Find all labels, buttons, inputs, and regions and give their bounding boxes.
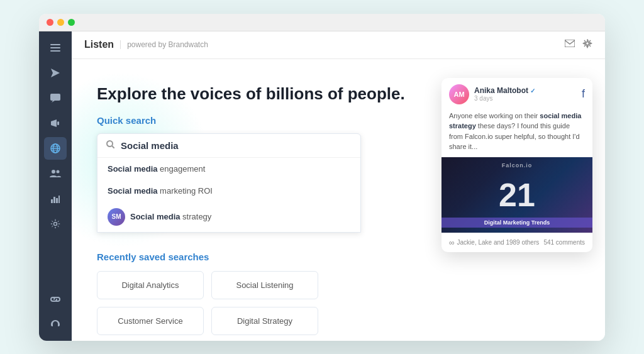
browser-window: Listen powered by Brandwatch [39,14,605,341]
recently-saved-label: Recently saved searches [97,252,580,262]
sidebar [39,31,72,341]
sidebar-item-settings[interactable] [44,213,67,235]
social-card-image-number: 21 [499,176,535,214]
social-card-user: AM Anika Maltobot ✓ 3 days [449,84,535,104]
search-icon [106,140,114,150]
saved-chip-digital-analytics[interactable]: Digital Analytics [97,271,204,299]
search-suggestion-1[interactable]: Social media engagement [97,158,360,180]
mail-icon[interactable] [565,38,575,51]
saved-chip-digital-strategy[interactable]: Digital Strategy [211,307,318,335]
saved-chip-customer-service[interactable]: Customer Service [97,307,204,335]
card-body-bold: social media strategy [449,112,581,130]
social-card-username: Anika Maltobot ✓ [474,86,535,95]
svg-rect-15 [56,198,58,203]
sidebar-item-send[interactable] [44,62,67,84]
main-content: Explore the voices of billions of people… [72,59,605,341]
suggestion-1-rest: engagement [157,164,205,174]
infinity-icon: ∞ [449,238,455,247]
svg-point-17 [54,222,57,225]
svg-line-21 [112,146,114,148]
sidebar-item-chart[interactable] [44,187,67,210]
search-suggestion-2[interactable]: Social media marketing ROI [97,180,360,202]
search-input-text: Social media [121,140,179,151]
sidebar-item-link[interactable] [44,288,67,311]
social-card-user-info: Anika Maltobot ✓ 3 days [474,86,535,102]
card-brand-text: Falcon.io [441,162,592,169]
sidebar-item-chat[interactable] [44,87,67,109]
social-card-likes: ∞ Jackie, Lake and 1989 others [449,238,539,247]
suggestion-3-rest: strategy [180,212,211,221]
saved-grid: Digital Analytics Social Listening Custo… [97,271,580,335]
social-card-time: 3 days [474,95,535,102]
dot-red[interactable] [47,19,53,26]
svg-rect-14 [53,197,55,203]
svg-rect-13 [51,199,53,203]
sidebar-item-megaphone[interactable] [44,112,67,135]
browser-body: Listen powered by Brandwatch [39,31,605,341]
topbar: Listen powered by Brandwatch [72,31,605,59]
suggestion-2-rest: marketing ROI [157,186,212,196]
gear-icon[interactable] [582,38,592,51]
svg-rect-4 [57,121,59,125]
search-suggestion-3[interactable]: SM Social media strategy [97,202,360,232]
sidebar-item-headset[interactable] [44,313,67,336]
sidebar-item-people[interactable] [44,162,67,185]
svg-rect-5 [51,121,52,125]
facebook-icon: f [582,87,585,101]
social-card-image-label: Digital Marketing Trends [441,218,592,228]
search-box: Social media Social media engagement Soc… [97,133,361,233]
suggestion-1-bold: Social media [108,164,157,174]
dot-green[interactable] [68,19,75,26]
svg-rect-1 [50,47,60,48]
main-inner: Explore the voices of billions of people… [72,59,605,341]
browser-dots [47,19,75,26]
social-card-comments: 541 comments [543,239,585,246]
social-card-image: Falcon.io 21 Digital Marketing Trends [441,157,592,233]
search-container: Social media Social media engagement Soc… [97,133,361,233]
social-card-body: Anyone else working on their social medi… [441,111,592,157]
svg-point-20 [107,141,113,147]
svg-point-11 [52,170,55,174]
saved-chip-social-listening[interactable]: Social Listening [211,271,318,299]
svg-rect-2 [50,50,60,52]
suggestion-avatar: SM [108,208,125,226]
search-input-row[interactable]: Social media [97,134,360,158]
dot-yellow[interactable] [57,19,64,26]
username-text: Anika Maltobot [474,86,528,95]
recently-saved-section: Recently saved searches Digital Analytic… [97,252,580,335]
sidebar-item-menu[interactable] [44,36,67,59]
suggestion-3-bold: Social media [130,212,180,221]
verified-icon: ✓ [530,87,535,94]
svg-rect-16 [58,196,60,203]
svg-rect-0 [50,44,60,45]
browser-titlebar [39,14,605,31]
social-card: AM Anika Maltobot ✓ 3 days f [441,78,592,252]
social-card-avatar: AM [449,84,469,104]
likes-text: Jackie, Lake and 1989 others [457,239,540,246]
topbar-title: Listen [84,39,114,50]
svg-point-19 [586,42,589,45]
topbar-actions [565,38,592,51]
social-card-header: AM Anika Maltobot ✓ 3 days f [441,78,592,111]
social-card-footer: ∞ Jackie, Lake and 1989 others 541 comme… [441,233,592,252]
svg-rect-3 [50,94,60,101]
sidebar-item-globe[interactable] [44,137,67,160]
app-container: Listen powered by Brandwatch [72,31,605,341]
svg-point-12 [57,170,60,174]
topbar-powered: powered by Brandwatch [120,40,208,49]
suggestion-2-bold: Social media [108,186,157,196]
svg-rect-18 [565,40,575,47]
